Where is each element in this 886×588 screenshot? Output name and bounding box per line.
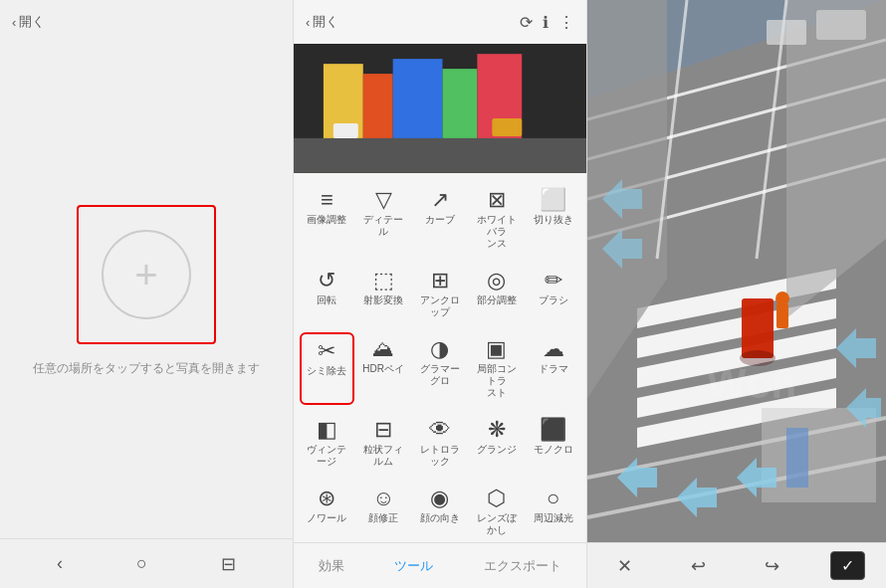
- panel-right: Won ✕ ↩ ↪ ✓: [587, 0, 886, 588]
- svg-rect-4: [442, 69, 477, 143]
- tool-mono[interactable]: ⬛ モノクロ: [526, 413, 580, 474]
- svg-rect-8: [492, 118, 522, 136]
- plus-icon: +: [134, 255, 157, 294]
- add-photo-circle: +: [102, 230, 191, 319]
- photo-preview: [294, 44, 586, 173]
- middle-back-button[interactable]: ‹ 開く: [306, 13, 338, 31]
- undo-button[interactable]: ↩: [683, 551, 714, 581]
- right-footer: ✕ ↩ ↪ ✓: [587, 542, 886, 588]
- more-options-icon[interactable]: ⋮: [558, 13, 574, 32]
- tool-row-2: ↺ 回転 ⬚ 射影変換 ⊞ アンクロップ ◎ 部分調整 ✏ ブラシ: [299, 264, 581, 324]
- face-icon: ☺: [372, 488, 394, 509]
- tool-uncrop[interactable]: ⊞ アンクロップ: [412, 264, 467, 324]
- tools-grid: ≡ 画像調整 ▽ ディテール ↗ カーブ ⊠ ホワイトバランス ⬜ 切り抜き: [294, 173, 586, 542]
- left-chevron-icon: ‹: [12, 15, 16, 30]
- tool-row-3: ✂ シミ除去 ⛰ HDRペイ ◑ グラマーグロ ▣ 局部コントラスト ☁ ドラマ: [299, 332, 581, 405]
- tool-noir[interactable]: ⊛ ノワール: [300, 482, 354, 542]
- rotate-tool-icon: ↺: [318, 270, 335, 292]
- add-photo-box[interactable]: +: [77, 205, 216, 344]
- middle-footer: 効果 ツール エクスポート: [294, 542, 586, 588]
- street-photo: Won: [587, 0, 886, 542]
- tool-row-5: ⊛ ノワール ☺ 顔修正 ◉ 顔の向き ⬡ レンズぼかし ○ 周辺減光: [299, 482, 581, 542]
- tab-export[interactable]: エクスポート: [484, 557, 561, 575]
- photo-main[interactable]: Won: [587, 0, 886, 542]
- hdr-icon: ⛰: [372, 338, 394, 360]
- add-photo-hint: 任意の場所をタップすると写真を開きます: [33, 360, 260, 377]
- tool-face[interactable]: ☺ 顔修正: [356, 482, 411, 542]
- tool-vintage[interactable]: ◧ ヴィンテージ: [300, 413, 354, 474]
- lens-blur-icon: ⬡: [487, 488, 506, 509]
- tool-grain[interactable]: ⊟ 粒状フィルム: [356, 413, 411, 474]
- svg-rect-2: [363, 74, 393, 143]
- grain-icon: ⊟: [374, 419, 392, 441]
- tool-retrolux[interactable]: 👁 レトロラック: [412, 413, 467, 474]
- tool-hdr[interactable]: ⛰ HDRペイ: [356, 332, 411, 405]
- mono-icon: ⬛: [540, 419, 566, 441]
- tool-vignette[interactable]: ○ 周辺減光: [526, 482, 580, 542]
- svg-rect-28: [742, 298, 774, 358]
- redo-button[interactable]: ↪: [757, 551, 787, 581]
- redo-icon: ↪: [765, 556, 779, 576]
- tool-brush[interactable]: ✏ ブラシ: [526, 264, 580, 324]
- svg-rect-27: [767, 20, 806, 45]
- svg-text:Won: Won: [707, 360, 796, 407]
- tab-effects[interactable]: 効果: [319, 557, 344, 575]
- brush-icon: ✏: [545, 270, 562, 292]
- info-icon[interactable]: ℹ: [543, 13, 549, 32]
- perspective-icon: ⬚: [373, 270, 394, 292]
- middle-header-left: ‹ 開く: [306, 13, 338, 31]
- svg-rect-33: [762, 408, 876, 502]
- middle-header: ‹ 開く ⟳ ℹ ⋮: [294, 0, 586, 44]
- tool-spot-heal[interactable]: ✂ シミ除去: [300, 332, 354, 405]
- left-back-label: 開く: [19, 13, 45, 31]
- svg-point-31: [775, 292, 789, 305]
- left-footer: ‹ ○ ⊟: [0, 538, 293, 588]
- svg-rect-6: [294, 138, 586, 173]
- nav-menu-button[interactable]: ⊟: [221, 553, 236, 575]
- tool-rotate[interactable]: ↺ 回転: [300, 264, 354, 324]
- tool-grunge[interactable]: ❋ グランジ: [469, 413, 524, 474]
- partial-icon: ◎: [487, 270, 506, 292]
- tool-partial[interactable]: ◎ 部分調整: [469, 264, 524, 324]
- retrolux-icon: 👁: [429, 419, 451, 441]
- vignette-icon: ○: [547, 488, 559, 509]
- tab-tools[interactable]: ツール: [394, 557, 433, 575]
- left-back-button[interactable]: ‹ 開く: [12, 13, 45, 31]
- middle-back-label: 開く: [313, 13, 338, 31]
- rotate-icon[interactable]: ⟳: [520, 13, 533, 32]
- tool-face-dir[interactable]: ◉ 顔の向き: [412, 482, 467, 542]
- panel-middle: ‹ 開く ⟳ ℹ ⋮: [294, 0, 587, 588]
- tool-image-adjust[interactable]: ≡ 画像調整: [300, 183, 354, 256]
- uncrop-icon: ⊞: [431, 270, 449, 292]
- tool-perspective[interactable]: ⬚ 射影変換: [356, 264, 411, 324]
- local-contrast-icon: ▣: [486, 338, 507, 360]
- photo-preview-inner: [294, 44, 586, 173]
- tool-crop[interactable]: ⬜ 切り抜き: [526, 183, 580, 256]
- noir-icon: ⊛: [318, 488, 335, 509]
- svg-rect-7: [333, 123, 358, 138]
- nav-home-button[interactable]: ○: [136, 553, 147, 574]
- confirm-button[interactable]: ✓: [830, 551, 865, 580]
- undo-icon: ↩: [691, 556, 706, 576]
- tool-curve[interactable]: ↗ カーブ: [412, 183, 467, 256]
- svg-rect-3: [393, 59, 443, 143]
- cancel-button[interactable]: ✕: [609, 551, 640, 581]
- tool-lens-blur[interactable]: ⬡ レンズぼかし: [469, 482, 524, 542]
- tool-drama[interactable]: ☁ ドラマ: [526, 332, 580, 405]
- preview-image: [294, 44, 586, 173]
- image-adjust-icon: ≡: [321, 189, 333, 211]
- drama-icon: ☁: [543, 338, 564, 360]
- curve-icon: ↗: [431, 189, 449, 211]
- tool-glamour[interactable]: ◑ グラマーグロ: [412, 332, 467, 405]
- tool-detail[interactable]: ▽ ディテール: [356, 183, 411, 256]
- confirm-icon: ✓: [841, 557, 854, 574]
- tool-row-1: ≡ 画像調整 ▽ ディテール ↗ カーブ ⊠ ホワイトバランス ⬜ 切り抜き: [299, 183, 581, 256]
- left-header: ‹ 開く: [0, 0, 293, 44]
- nav-back-button[interactable]: ‹: [57, 553, 63, 574]
- cancel-icon: ✕: [617, 556, 632, 576]
- middle-header-right: ⟳ ℹ ⋮: [520, 13, 574, 32]
- tool-local-contrast[interactable]: ▣ 局部コントラスト: [469, 332, 524, 405]
- crop-icon: ⬜: [540, 189, 566, 211]
- left-content: + 任意の場所をタップすると写真を開きます: [33, 44, 260, 538]
- tool-wb[interactable]: ⊠ ホワイトバランス: [469, 183, 524, 256]
